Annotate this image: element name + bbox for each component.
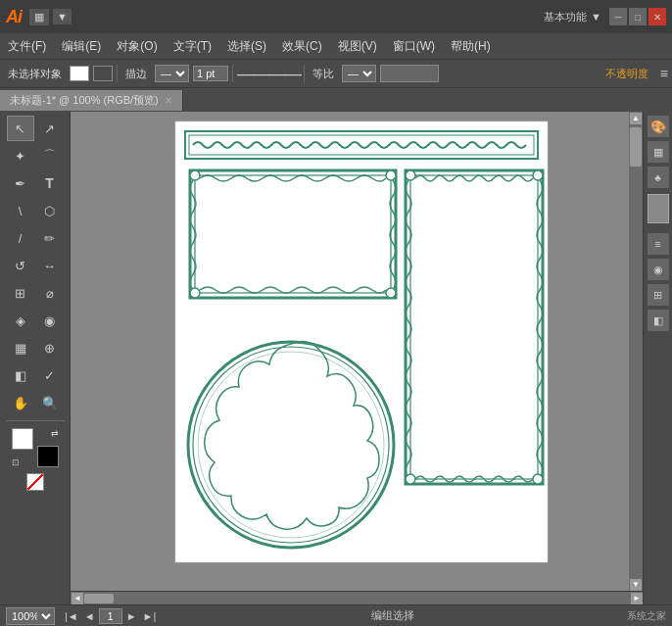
last-page-button[interactable]: ►| [141, 610, 159, 622]
none-color-box[interactable] [26, 473, 44, 491]
swatches-button[interactable]: ▦ [648, 141, 669, 163]
scroll-thumb[interactable] [630, 127, 642, 167]
magic-wand-tool[interactable]: ✦ [7, 143, 34, 169]
stroke-width-input[interactable] [193, 66, 228, 81]
right-panel: 🎨 ▦ ♣ ≡ ◉ ⊞ ◧ [643, 112, 672, 604]
color-panel-button[interactable]: 🎨 [648, 116, 669, 137]
swap-colors-icon[interactable]: ⇄ [51, 428, 59, 438]
menu-text[interactable]: 文字(T) [171, 36, 214, 57]
tab-close-button[interactable]: ✕ [165, 95, 172, 106]
tab-label: 未标题-1* @ 100% (RGB/预览) [10, 93, 159, 108]
lasso-tool[interactable]: ⌒ [36, 143, 64, 169]
canvas-container: ▲ ▼ ◄ ► [71, 112, 643, 604]
artwork-svg [117, 112, 597, 572]
zoom-select[interactable]: 100% [6, 607, 55, 625]
arrange-button[interactable]: ▦ [29, 9, 49, 25]
menu-object[interactable]: 对象(O) [115, 36, 159, 57]
reflect-tool[interactable]: ↔ [36, 253, 64, 278]
watermark: 系统之家 [627, 609, 666, 623]
menu-bar: 文件(F) 编辑(E) 对象(O) 文字(T) 选择(S) 效果(C) 视图(V… [0, 33, 672, 59]
tool-row-7: ⊞ ⌀ [7, 280, 64, 306]
page-navigation: |◄ ◄ ► ►| [63, 608, 158, 624]
toolbar: 未选择对象 描边 — ———— 等比 — 不透明度 ≡ [0, 59, 672, 88]
tool-separator [6, 420, 65, 421]
pencil-tool[interactable]: ✏ [36, 225, 64, 251]
menu-view[interactable]: 视图(V) [336, 36, 379, 57]
layers-button[interactable]: ◧ [648, 310, 669, 331]
scroll-left-button[interactable]: ◄ [72, 593, 83, 604]
prev-page-button[interactable]: ◄ [82, 610, 97, 622]
select-tool[interactable]: ↖ [7, 116, 34, 141]
svg-point-5 [190, 170, 200, 180]
fill-color-box[interactable] [12, 428, 33, 450]
selection-status: 未选择对象 [4, 65, 66, 83]
tool-row-4: \ ⬡ [7, 198, 64, 223]
mesh-tool[interactable]: ⊕ [36, 335, 64, 361]
scroll-right-button[interactable]: ► [631, 593, 643, 604]
svg-point-13 [406, 474, 415, 484]
menu-window[interactable]: 窗口(W) [391, 36, 437, 57]
type-tool[interactable]: T [36, 170, 64, 196]
paintbrush-tool[interactable]: / [7, 225, 34, 251]
dropdown-arrow[interactable]: ▼ [53, 9, 72, 24]
canvas-scroll-area[interactable] [71, 112, 643, 591]
free-transform-tool[interactable]: ◈ [7, 308, 34, 333]
svg-rect-3 [190, 170, 396, 298]
stroke-label: 描边 [121, 65, 151, 83]
minimize-button[interactable]: ─ [609, 8, 627, 25]
maximize-button[interactable]: □ [629, 8, 647, 25]
first-page-button[interactable]: |◄ [63, 610, 80, 622]
symbol-tool[interactable]: ◉ [36, 308, 64, 333]
workspace-arrow[interactable]: ▼ [591, 11, 601, 23]
menu-help[interactable]: 帮助(H) [449, 36, 493, 57]
next-page-button[interactable]: ► [124, 610, 139, 622]
hand-tool[interactable]: ✋ [7, 390, 34, 415]
stroke-swatch[interactable] [93, 66, 113, 81]
tool-row-1: ↖ ↗ [7, 116, 64, 141]
gradient-tool[interactable]: ◧ [7, 362, 34, 388]
reset-colors-icon[interactable]: ⊡ [12, 457, 20, 467]
page-number-input[interactable] [99, 608, 122, 624]
document-tab[interactable]: 未标题-1* @ 100% (RGB/预览) ✕ [0, 90, 183, 111]
canvas-area[interactable]: ▲ ▼ [71, 112, 643, 591]
fill-swatch[interactable] [70, 66, 89, 81]
horizontal-scrollbar[interactable]: ◄ ► [71, 591, 643, 604]
graphic-styles-button[interactable]: ◉ [648, 259, 669, 280]
toolbar-separator [117, 65, 118, 82]
opacity-label[interactable]: 不透明度 [601, 65, 652, 83]
scroll-down-button[interactable]: ▼ [630, 579, 642, 591]
h-scroll-thumb[interactable] [84, 594, 114, 603]
svg-point-7 [190, 288, 200, 298]
zoom-tool[interactable]: 🔍 [36, 390, 64, 415]
vertical-scrollbar[interactable]: ▲ ▼ [629, 112, 643, 591]
tool-row-3: ✒ T [7, 170, 64, 196]
direct-select-tool[interactable]: ↗ [36, 116, 64, 141]
scroll-indicator[interactable] [648, 194, 669, 223]
stroke-color-box[interactable] [37, 446, 59, 467]
symbols-button[interactable]: ≡ [648, 233, 669, 255]
color-mode-row [26, 473, 44, 491]
pen-tool[interactable]: ✒ [7, 170, 34, 196]
menu-file[interactable]: 文件(F) [6, 36, 48, 57]
app-logo: Ai [6, 7, 22, 27]
warp-tool[interactable]: ⌀ [36, 280, 64, 306]
status-text: 编组选择 [371, 608, 414, 623]
rotate-tool[interactable]: ↺ [7, 253, 34, 278]
shape-tool[interactable]: ⬡ [36, 198, 64, 223]
scale-tool[interactable]: ⊞ [7, 280, 34, 306]
stroke-style-select[interactable]: — [155, 65, 189, 82]
brushes-button[interactable]: ♣ [648, 167, 669, 188]
menu-effect[interactable]: 效果(C) [280, 36, 324, 57]
menu-edit[interactable]: 编辑(E) [60, 36, 103, 57]
ratio-select[interactable]: — [342, 65, 376, 82]
menu-select[interactable]: 选择(S) [225, 36, 268, 57]
svg-point-11 [406, 170, 415, 180]
line-tool[interactable]: \ [7, 198, 34, 223]
graph-tool[interactable]: ▦ [7, 335, 34, 361]
scroll-up-button[interactable]: ▲ [630, 113, 642, 124]
toolbar-separator-3 [304, 65, 305, 82]
appearance-button[interactable]: ⊞ [648, 284, 669, 306]
options-icon[interactable]: ≡ [660, 66, 668, 81]
eyedropper-tool[interactable]: ✓ [36, 362, 64, 388]
close-button[interactable]: ✕ [648, 8, 666, 25]
